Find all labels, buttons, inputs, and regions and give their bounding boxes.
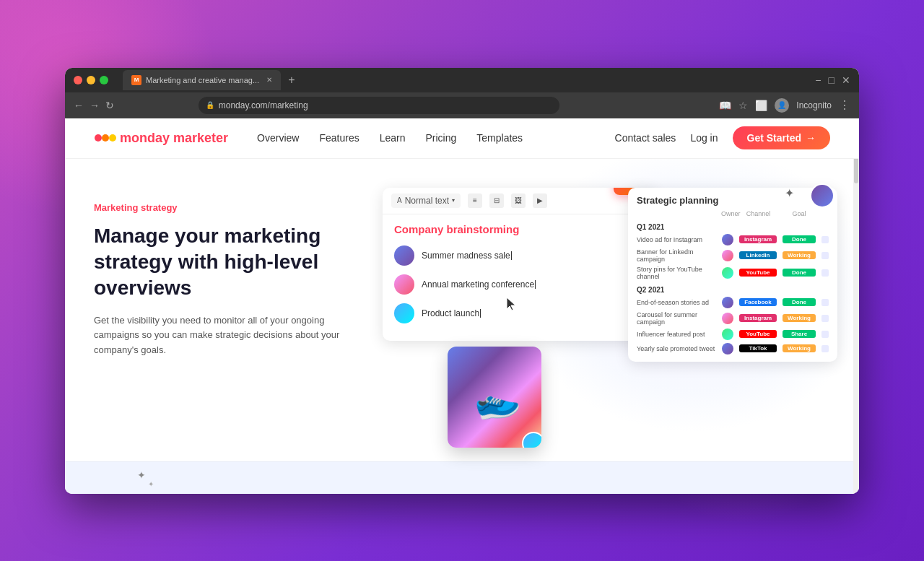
doc-item-3: Product launch xyxy=(394,303,645,323)
col-header-name xyxy=(637,210,721,217)
address-bar-row: ← → ↻ 🔒 monday.com/marketing 📖 ☆ ⬜ 👤 Inc… xyxy=(65,92,859,118)
browser-chrome: M Marketing and creative manag... ✕ + − … xyxy=(65,68,859,92)
address-field[interactable]: 🔒 monday.com/marketing xyxy=(199,97,559,114)
tab-close-icon[interactable]: ✕ xyxy=(266,76,272,84)
forward-button[interactable]: → xyxy=(90,100,100,111)
image-icon[interactable]: 🖼 xyxy=(511,193,526,208)
arrow-right-icon: → xyxy=(806,132,816,144)
traffic-lights xyxy=(74,76,108,84)
file-icon-3 xyxy=(821,269,829,277)
chevron-down-icon: ▾ xyxy=(452,197,455,204)
address-path: /marketing xyxy=(268,100,308,110)
back-button[interactable]: ← xyxy=(74,100,84,111)
quarter-label-q2: Q2 2021 xyxy=(628,282,837,295)
video-icon[interactable]: ▶ xyxy=(533,193,547,208)
doc-editor: A Normal text ▾ ≡ ⊟ 🖼 ▶ ··· Company brai… xyxy=(383,188,657,341)
address-domain: monday.com xyxy=(219,100,268,110)
doc-item-2: Annual marketing conference xyxy=(394,274,645,295)
maximize-button[interactable] xyxy=(100,76,108,84)
sneaker-emoji: 👟 xyxy=(468,373,524,427)
bullet-list-icon[interactable]: ≡ xyxy=(468,193,482,208)
browser-controls-right: − □ ✕ xyxy=(815,74,850,86)
get-started-button[interactable]: Get Started → xyxy=(733,126,830,149)
svg-point-2 xyxy=(109,134,116,142)
col-header-file xyxy=(817,210,829,217)
nav-overview[interactable]: Overview xyxy=(257,132,299,144)
file-icon-6 xyxy=(821,331,829,338)
planning-table: Strategic planning ··· Owner Channel Goa… xyxy=(628,188,837,362)
address-text: monday.com/marketing xyxy=(219,100,308,110)
logo-marketer: marketer xyxy=(173,131,228,145)
table-row-7: Yearly sale promoted tweet TikTok Workin… xyxy=(628,342,837,356)
reload-button[interactable]: ↻ xyxy=(105,100,114,111)
close-button[interactable] xyxy=(74,76,82,84)
nav-features[interactable]: Features xyxy=(319,132,359,144)
file-icon-2 xyxy=(821,252,829,259)
doc-item-text-3: Product launch xyxy=(422,308,481,318)
sneaker-avatar xyxy=(522,432,541,448)
scrollbar[interactable] xyxy=(853,118,859,494)
reading-mode-icon[interactable]: 📖 xyxy=(719,100,731,111)
minimize-window-icon: − xyxy=(815,74,821,86)
tab-bar: M Marketing and creative manag... ✕ + xyxy=(123,70,809,90)
doc-avatar-3 xyxy=(394,303,414,323)
col-header-goal: Goal xyxy=(781,210,817,217)
nav-buttons: ← → ↻ xyxy=(74,100,114,111)
row-avatar-6 xyxy=(722,329,733,340)
tab-title: Marketing and creative manag... xyxy=(146,76,259,84)
browser-window: M Marketing and creative manag... ✕ + − … xyxy=(65,68,859,494)
doc-item-1: Summer madness sale xyxy=(394,245,645,266)
log-in-button[interactable]: Log in xyxy=(690,132,718,144)
doc-title: Company brainstorming xyxy=(394,223,645,235)
row-avatar-3 xyxy=(722,267,733,279)
status-done-3: Done xyxy=(783,298,816,306)
planning-title: Strategic planning xyxy=(637,195,718,206)
nav-pricing[interactable]: Pricing xyxy=(426,132,457,144)
channel-youtube-2: YouTube xyxy=(739,330,777,338)
nav-templates[interactable]: Templates xyxy=(476,132,523,144)
bookmark-icon[interactable]: ☆ xyxy=(738,100,748,111)
text-format-dropdown[interactable]: A Normal text ▾ xyxy=(391,193,461,208)
hero-left: Marketing strategy Manage your marketing… xyxy=(94,181,368,494)
site-logo: monday marketer xyxy=(94,129,228,147)
numbered-list-icon[interactable]: ⊟ xyxy=(489,193,504,208)
split-view-icon[interactable]: ⬜ xyxy=(755,100,767,111)
logo-text: monday marketer xyxy=(120,131,228,146)
get-started-label: Get Started xyxy=(747,132,801,144)
col-header-channel: Channel xyxy=(738,210,778,217)
table-row-3: Story pins for YouTube channel YouTube D… xyxy=(628,264,837,282)
svg-point-1 xyxy=(102,134,109,142)
contact-sales-button[interactable]: Contact sales xyxy=(615,132,676,144)
status-share-1: Share xyxy=(783,330,816,338)
doc-avatar-2 xyxy=(394,274,414,295)
new-tab-button[interactable]: + xyxy=(285,74,297,87)
row-avatar-5 xyxy=(722,313,733,324)
row-avatar-1 xyxy=(722,234,733,245)
doc-content: Company brainstorming Summer madness sal… xyxy=(383,214,657,341)
doc-item-text-2: Annual marketing conference xyxy=(422,279,536,290)
status-done-1: Done xyxy=(783,235,816,243)
logo-icon xyxy=(94,129,117,147)
table-row-5: Carousel for summer campaign Instagram W… xyxy=(628,310,837,327)
incognito-avatar: 👤 xyxy=(775,98,789,113)
file-icon-5 xyxy=(821,315,829,322)
website-content: monday marketer Overview Features Learn … xyxy=(65,118,859,494)
nav-learn[interactable]: Learn xyxy=(380,132,406,144)
hero-right: ✦ A Normal text xyxy=(368,181,830,494)
text-format-prefix: A xyxy=(397,196,402,204)
table-row-4: End-of-season stories ad Facebook Done xyxy=(628,295,837,310)
table-row-2: Banner for LinkedIn campaign LinkedIn Wo… xyxy=(628,247,837,264)
browser-tab-active[interactable]: M Marketing and creative manag... ✕ xyxy=(123,70,281,90)
browser-menu-icon[interactable]: ⋮ xyxy=(839,98,850,112)
table-col-headers: Owner Channel Goal xyxy=(628,210,837,219)
status-working-3: Working xyxy=(783,344,816,352)
channel-youtube-1: YouTube xyxy=(739,269,777,277)
hero-description: Get the visibility you need to monitor a… xyxy=(94,313,368,358)
channel-instagram-2: Instagram xyxy=(739,314,777,322)
svg-point-0 xyxy=(95,134,102,142)
minimize-button[interactable] xyxy=(87,76,95,84)
address-right-icons: 📖 ☆ ⬜ 👤 Incognito ⋮ xyxy=(719,98,850,113)
sparkle-icon-1: ✦ xyxy=(785,186,794,200)
incognito-label: Incognito xyxy=(796,100,832,110)
sparkle-icon-3: ✦ xyxy=(148,480,154,488)
